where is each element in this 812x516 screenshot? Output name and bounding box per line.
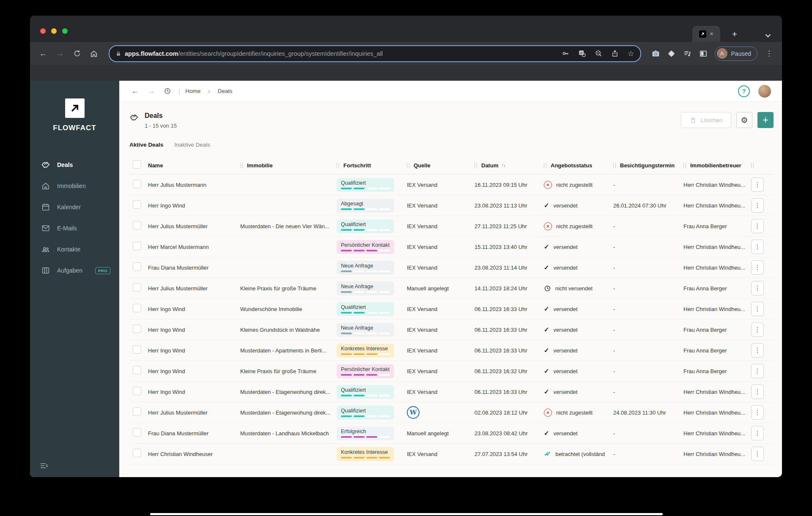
- row-checkbox[interactable]: [133, 262, 141, 271]
- row-checkbox[interactable]: [133, 242, 141, 250]
- forward-icon[interactable]: →: [53, 46, 67, 61]
- column-angebotsstatus[interactable]: Angebotsstatus: [551, 162, 592, 169]
- browser-tab[interactable]: ×: [692, 26, 720, 42]
- column-resize-handle[interactable]: [751, 163, 754, 168]
- row-menu-button[interactable]: ⋮: [751, 177, 764, 192]
- sidebar-item-immobilien[interactable]: Immobilien: [30, 175, 119, 197]
- address-bar[interactable]: apps.flowfact.com/entities/search/groupI…: [109, 45, 641, 62]
- table-row[interactable]: Herr Ingo WindWunderschöne ImmobilieQual…: [129, 299, 774, 319]
- table-row[interactable]: Herr Julius MustermüllerMusterdaten - Di…: [129, 216, 774, 237]
- tab-close-icon[interactable]: ×: [710, 31, 713, 37]
- zoom-window-button[interactable]: [62, 28, 68, 34]
- settings-gear-button[interactable]: ⚙: [736, 112, 752, 128]
- sort-icon[interactable]: ↑↓: [501, 163, 505, 168]
- row-menu-button[interactable]: ⋮: [751, 198, 764, 213]
- column-name[interactable]: Name: [148, 162, 163, 169]
- row-menu-button[interactable]: ⋮: [751, 343, 764, 358]
- table-row[interactable]: Herr Ingo WindMusterdaten - Etagenwohung…: [129, 382, 774, 402]
- translate-icon[interactable]: G: [578, 49, 586, 57]
- column-quelle[interactable]: Quelle: [414, 162, 431, 169]
- row-checkbox[interactable]: [133, 200, 141, 209]
- row-menu-button[interactable]: ⋮: [751, 364, 764, 378]
- sidebar-item-deals[interactable]: Deals: [30, 154, 119, 175]
- screen-capture-icon[interactable]: [651, 49, 660, 58]
- tab-inaktive-deals[interactable]: Inaktive Deals: [174, 142, 210, 150]
- lock-icon[interactable]: [115, 50, 121, 57]
- sidebar-item-kalender[interactable]: Kalender: [30, 197, 119, 218]
- profile-paused-button[interactable]: A Paused: [715, 46, 757, 61]
- table-row[interactable]: Herr Ingo WindKleines Grundstück in Wald…: [129, 319, 774, 340]
- table-row[interactable]: Frau Diana MustermüllerMusterdaten - Lan…: [129, 423, 774, 444]
- row-checkbox[interactable]: [133, 304, 141, 312]
- reload-icon[interactable]: [70, 46, 84, 61]
- row-checkbox[interactable]: [133, 428, 141, 437]
- row-menu-button[interactable]: ⋮: [751, 405, 764, 420]
- column-besichtigungstermin[interactable]: Besichtigungstermin: [620, 162, 675, 169]
- minimize-window-button[interactable]: [51, 28, 57, 34]
- media-playlist-icon[interactable]: [683, 49, 692, 58]
- table-row[interactable]: Herr Ingo WindKleine Praxis für große Tr…: [129, 361, 774, 382]
- app-forward-icon[interactable]: →: [145, 85, 157, 98]
- collapse-sidebar-icon[interactable]: [39, 461, 49, 470]
- close-window-button[interactable]: [40, 28, 46, 34]
- back-icon[interactable]: ←: [36, 46, 50, 61]
- row-menu-button[interactable]: ⋮: [751, 302, 764, 316]
- column-fortschritt[interactable]: Fortschritt: [343, 162, 371, 169]
- row-menu-button[interactable]: ⋮: [751, 240, 764, 254]
- row-menu-button[interactable]: ⋮: [751, 219, 764, 233]
- table-row[interactable]: Herr Marcel MustermannPersönlicher Konta…: [129, 237, 774, 257]
- row-menu-button[interactable]: ⋮: [751, 281, 764, 295]
- row-menu-button[interactable]: ⋮: [751, 260, 764, 275]
- row-menu-button[interactable]: ⋮: [751, 447, 764, 461]
- column-resize-handle[interactable]: [407, 163, 409, 168]
- table-row[interactable]: Herr Ingo WindMusterdaten - Apartments i…: [129, 340, 774, 361]
- row-menu-button[interactable]: ⋮: [751, 322, 764, 337]
- side-panel-icon[interactable]: [699, 49, 708, 58]
- row-checkbox[interactable]: [133, 283, 141, 292]
- column-resize-handle[interactable]: [475, 163, 477, 168]
- tab-aktive-deals[interactable]: Aktive Deals: [129, 142, 163, 150]
- select-all-checkbox[interactable]: [133, 160, 141, 169]
- user-avatar[interactable]: [758, 85, 771, 98]
- table-row[interactable]: Herr Julius MustermüllerMusterdaten - Et…: [129, 402, 774, 423]
- browser-menu-icon[interactable]: ⋮: [765, 49, 774, 58]
- row-menu-button[interactable]: ⋮: [751, 385, 764, 399]
- column-resize-handle[interactable]: [544, 163, 546, 168]
- table-row[interactable]: Herr Julius MustermannQualifiziertIEX Ve…: [129, 175, 774, 195]
- table-row[interactable]: Frau Diana MustermüllerNeue AnfrageIEX V…: [129, 257, 774, 278]
- row-checkbox[interactable]: [133, 387, 141, 395]
- row-menu-button[interactable]: ⋮: [751, 426, 764, 440]
- new-tab-button[interactable]: +: [729, 29, 741, 39]
- tab-search-chevron-icon[interactable]: [765, 34, 771, 38]
- sidebar-item-aufgaben[interactable]: Aufgaben PRO: [30, 260, 119, 281]
- row-checkbox[interactable]: [133, 366, 141, 374]
- column-immobilienbetreuer[interactable]: Immobilienbetreuer: [690, 162, 741, 169]
- table-row[interactable]: Herr Ingo WindAbgesagtIEX Versand23.08.2…: [129, 195, 774, 216]
- row-checkbox[interactable]: [133, 407, 141, 416]
- delete-button[interactable]: Löschen: [681, 112, 731, 128]
- share-icon[interactable]: [611, 49, 619, 57]
- row-checkbox[interactable]: [133, 325, 141, 333]
- sidebar-item-emails[interactable]: E-Mails: [30, 218, 119, 239]
- row-checkbox[interactable]: [133, 180, 141, 188]
- extensions-puzzle-icon[interactable]: [667, 49, 676, 58]
- breadcrumb-home[interactable]: Home: [185, 88, 200, 94]
- table-row[interactable]: Herr Julius MustermüllerKleine Praxis fü…: [129, 278, 774, 299]
- column-resize-handle[interactable]: [240, 163, 243, 168]
- column-immobilie[interactable]: Immobilie: [247, 162, 273, 169]
- add-deal-button[interactable]: +: [757, 112, 774, 128]
- row-checkbox[interactable]: [133, 221, 141, 229]
- home-icon[interactable]: [87, 46, 101, 61]
- password-key-icon[interactable]: [562, 49, 570, 57]
- column-resize-handle[interactable]: [613, 163, 616, 168]
- column-resize-handle[interactable]: [683, 163, 686, 168]
- app-back-icon[interactable]: ←: [129, 85, 141, 98]
- bookmark-star-icon[interactable]: ☆: [627, 49, 634, 58]
- row-checkbox[interactable]: [133, 345, 141, 354]
- history-icon[interactable]: [161, 85, 173, 98]
- column-resize-handle[interactable]: [337, 163, 339, 168]
- row-checkbox[interactable]: [133, 449, 141, 457]
- zoom-out-icon[interactable]: [595, 49, 603, 57]
- help-icon[interactable]: ?: [738, 85, 750, 97]
- sidebar-item-kontakte[interactable]: Kontakte: [30, 239, 119, 260]
